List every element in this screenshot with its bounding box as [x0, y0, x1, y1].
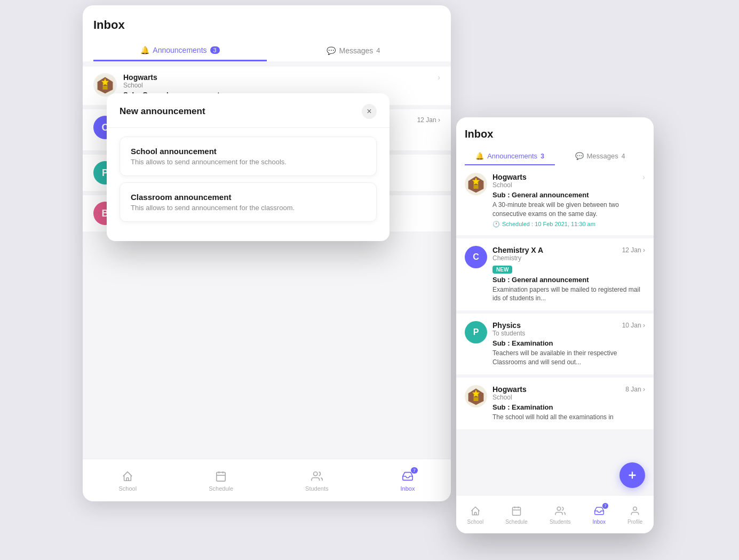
bg-header: Inbox 🔔 Announcements 3 💬 Messages 4 [83, 5, 451, 61]
inbox-badge: 7 [411, 467, 418, 474]
ann-date: 12 Jan › [622, 246, 645, 254]
fg-nav-profile[interactable]: Profile [627, 505, 642, 525]
bg-tab-announcements[interactable]: 🔔 Announcements 3 [93, 41, 267, 61]
fg-tab-messages[interactable]: 💬 Messages 4 [555, 148, 645, 165]
bg-nav-school-label: School [119, 485, 137, 492]
ann-name: Physics [492, 321, 521, 330]
ann-scheduled: 🕐 Scheduled : 10 Feb 2021, 11:30 am [492, 221, 645, 228]
bg-nav-schedule[interactable]: Schedule [209, 469, 233, 492]
fg-students-icon [554, 505, 567, 517]
fg-tab-announcements[interactable]: 🔔 Announcements 3 [465, 148, 555, 165]
students-icon [310, 469, 324, 483]
school-ann-title: School announcement [131, 147, 365, 156]
fg-nav-students-label: Students [550, 519, 570, 525]
bg-ann-badge: 3 [210, 46, 220, 54]
fg-nav-schedule-label: Schedule [505, 519, 528, 525]
svg-point-26 [557, 507, 561, 510]
bg-tabs: 🔔 Announcements 3 💬 Messages 4 [93, 41, 440, 61]
ann-date: 8 Jan › [625, 386, 645, 393]
fg-nav-students[interactable]: Students [550, 505, 570, 525]
fg-bottom-nav: School Schedule Students [456, 495, 654, 533]
fg-inbox-window: Inbox 🔔 Announcements 3 💬 Messages 4 [456, 117, 654, 533]
svg-rect-13 [474, 185, 479, 189]
fg-profile-icon [629, 505, 641, 517]
modal-title: New announcement [120, 106, 205, 117]
ann-preview: Examination papers will be mailed to reg… [492, 285, 645, 303]
list-item[interactable]: Hogwarts 8 Jan › School Sub : Examinatio… [456, 378, 654, 429]
fg-school-icon [469, 505, 482, 517]
ann-name: Chemistry X A [492, 246, 543, 254]
classroom-ann-desc: This allows to send announcement for the… [131, 204, 365, 212]
chevron-right-icon: › [438, 73, 440, 82]
svg-point-9 [313, 471, 317, 475]
new-badge: NEW [492, 266, 512, 274]
ann-preview: The school will hold all the examination… [492, 413, 645, 422]
ann-type: To students [492, 330, 645, 337]
fg-schedule-icon [510, 505, 523, 517]
ann-preview: A 30-minute break will be given between … [492, 201, 645, 219]
bg-title: Inbox [93, 18, 440, 32]
fg-title: Inbox [465, 128, 645, 140]
fg-nav-schedule[interactable]: Schedule [505, 505, 528, 525]
ann-type: Chemistry [492, 254, 645, 262]
modal-close-button[interactable]: × [362, 104, 377, 119]
list-item[interactable]: C Chemistry X A 12 Jan › Chemistry NEW S… [456, 238, 654, 311]
fg-nav-school[interactable]: School [467, 505, 484, 525]
bg-nav-inbox[interactable]: 7 Inbox [401, 469, 415, 492]
bell-icon: 🔔 [140, 46, 149, 54]
ann-school: School [492, 181, 645, 189]
ann-type: School [492, 394, 645, 401]
inbox-icon: 7 [401, 469, 415, 483]
fg-inbox-icon: 7 [593, 505, 606, 517]
fg-msg-badge: 4 [622, 153, 625, 160]
classroom-announcement-option[interactable]: Classroom announcement This allows to se… [120, 182, 377, 222]
avatar [465, 385, 487, 407]
schedule-icon [214, 469, 228, 483]
ann-preview: Teachers will be available in their resp… [492, 349, 645, 367]
classroom-ann-title: Classroom announcement [131, 193, 365, 202]
modal-header: New announcement × [107, 93, 390, 128]
fg-nav-inbox-label: Inbox [593, 519, 606, 525]
list-item[interactable]: P Physics 10 Jan › To students Sub : Exa… [456, 314, 654, 374]
school-announcement-option[interactable]: School announcement This allows to send … [120, 137, 377, 176]
avatar: C [465, 246, 487, 268]
fg-tab-ann-label: Announcements [487, 152, 537, 160]
avatar: P [465, 321, 487, 343]
ann-date: 10 Jan › [622, 322, 645, 329]
bg-nav-schedule-label: Schedule [209, 485, 233, 492]
fg-header: Inbox 🔔 Announcements 3 💬 Messages 4 [456, 117, 654, 165]
svg-rect-5 [217, 472, 226, 481]
bg-nav-students-label: Students [305, 485, 328, 492]
bg-window: Inbox 🔔 Announcements 3 💬 Messages 4 [83, 5, 451, 501]
fg-nav-profile-label: Profile [627, 519, 642, 525]
fg-tab-msg-label: Messages [587, 152, 618, 160]
fg-nav-school-label: School [467, 519, 484, 525]
fab-button[interactable] [619, 462, 645, 488]
fg-nav-inbox[interactable]: 7 Inbox [593, 505, 606, 525]
school-ann-desc: This allows to send announcement for the… [131, 158, 365, 166]
ann-sub: Sub : Examination [492, 339, 645, 347]
avatar [465, 173, 487, 195]
bg-tab-ann-label: Announcements [153, 46, 206, 54]
bg-bottom-nav: School Schedule Students [83, 459, 451, 501]
ann-sub: Sub : General announcement [492, 276, 645, 284]
bg-tab-messages[interactable]: 💬 Messages 4 [267, 41, 440, 61]
chat-icon: 💬 [327, 46, 336, 55]
new-announcement-modal: New announcement × School announcement T… [107, 93, 390, 241]
bg-nav-school[interactable]: School [119, 469, 137, 492]
fg-ann-list: Hogwarts › School Sub : General announce… [456, 165, 654, 507]
fg-inbox-badge: 7 [602, 503, 608, 509]
fg-chat-icon: 💬 [575, 152, 584, 160]
list-item[interactable]: Hogwarts › School Sub : General announce… [456, 165, 654, 235]
svg-rect-22 [513, 507, 521, 515]
ann-name: Hogwarts [492, 173, 527, 181]
ann-sub: Sub : Examination [492, 403, 645, 411]
ann-name: Hogwarts [492, 385, 527, 394]
fg-tabs: 🔔 Announcements 3 💬 Messages 4 [465, 148, 645, 165]
fg-bell-icon: 🔔 [475, 152, 484, 160]
svg-rect-3 [103, 86, 108, 90]
ann-school: School [123, 82, 440, 89]
ann-date: 12 Jan › [417, 116, 440, 124]
bg-msg-badge: 4 [376, 46, 380, 54]
bg-nav-students[interactable]: Students [305, 469, 328, 492]
